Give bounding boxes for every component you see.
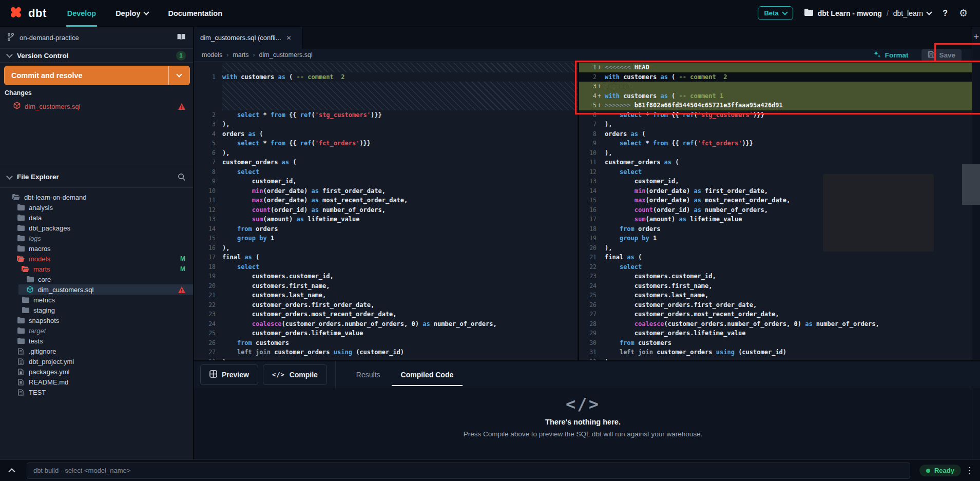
code-line[interactable]: 5+>>>>>>> b81f802a66fd544504c65721e3ffaa… — [579, 101, 972, 110]
code-line[interactable]: 9 customer_id, — [194, 177, 578, 186]
code-line[interactable]: 2 select * from {{ ref('stg_customers')}… — [194, 110, 578, 120]
code-line[interactable]: 11customer_orders as ( — [579, 158, 972, 167]
project-switcher[interactable]: dbt Learn - mwong / dbt_learn — [804, 9, 932, 17]
code-line[interactable]: 16), — [194, 243, 578, 253]
file-tree-item-staging[interactable]: staging — [0, 305, 193, 315]
scrollbar-thumb[interactable] — [962, 164, 980, 205]
code-line[interactable]: 1with customers as ( -- comment 2 — [194, 72, 578, 82]
code-line[interactable]: 7), — [579, 120, 972, 129]
code-line[interactable]: 21 customers.last_name, — [194, 291, 578, 300]
file-tree-item-dbt_project.yml[interactable]: dbt_project.yml — [0, 356, 193, 367]
code-line[interactable]: 25 customers.last_name, — [579, 291, 972, 300]
code-line[interactable]: 22 customer_orders.first_order_date, — [194, 300, 578, 310]
beta-badge[interactable]: Beta — [758, 6, 793, 20]
code-line[interactable]: 5 select * from {{ ref('fct_orders')}} — [194, 139, 578, 148]
version-control-header[interactable]: Version Control 1 — [0, 49, 193, 63]
code-line[interactable]: 28 coalesce(customer_orders.number_of_or… — [579, 319, 972, 329]
file-tree-item-README.md[interactable]: README.md — [0, 377, 193, 387]
code-line[interactable]: 27 customer_orders.most_recent_order_dat… — [579, 310, 972, 319]
code-line[interactable]: 24 coalesce(customer_orders.number_of_or… — [194, 319, 578, 329]
file-tree-item-analysis[interactable]: analysis — [0, 202, 193, 213]
file-tree-item-snapshots[interactable]: snapshots — [0, 315, 193, 325]
changed-file-row[interactable]: dim_customers.sql — [0, 101, 193, 112]
code-line[interactable]: 25 customer_orders.lifetime_value — [194, 329, 578, 338]
breadcrumb-file[interactable]: dim_customers.sql — [259, 51, 313, 59]
dbt-logo[interactable]: dbt — [8, 5, 47, 22]
commit-options-chevron[interactable] — [168, 66, 189, 85]
file-tree-item-logs[interactable]: logs — [0, 233, 193, 243]
code-line[interactable]: 1+<<<<<<< HEAD — [579, 63, 972, 72]
code-line[interactable]: 14 from orders — [194, 224, 578, 234]
search-icon[interactable] — [178, 173, 186, 181]
code-line[interactable]: 23 customer_orders.most_recent_order_dat… — [194, 310, 578, 319]
new-tab-icon[interactable]: + — [972, 32, 980, 42]
format-button[interactable]: Format — [873, 50, 909, 60]
code-line[interactable]: 26 from customers — [194, 338, 578, 348]
save-button[interactable]: Save — [921, 49, 962, 61]
project-env[interactable]: dbt_learn — [893, 9, 931, 17]
git-branch-row[interactable]: on-demand-practice — [0, 27, 193, 49]
file-tree-item-target[interactable]: target — [0, 325, 193, 336]
code-line[interactable]: 17final as ( — [194, 253, 578, 262]
file-tree-item-macros[interactable]: macros — [0, 243, 193, 254]
nav-develop[interactable]: Develop — [67, 0, 96, 27]
command-input[interactable] — [27, 463, 910, 479]
code-line[interactable]: 10), — [579, 148, 972, 158]
code-line[interactable]: 26 customer_orders.first_order_date, — [579, 300, 972, 310]
tab-dim-customers[interactable]: dim_customers.sql (confli... ✕ — [194, 27, 303, 49]
file-tree-item-dbt-learn-on-demand[interactable]: dbt-learn-on-demand — [0, 192, 193, 202]
commit-and-resolve-button[interactable]: Commit and resolve — [4, 66, 190, 85]
compile-button[interactable]: </> Compile — [263, 364, 327, 385]
file-tree-item-dbt_packages[interactable]: dbt_packages — [0, 223, 193, 233]
code-line[interactable]: 20 customers.first_name, — [194, 281, 578, 291]
editor-pane-left[interactable]: 1with customers as ( -- comment 22 selec… — [194, 62, 578, 360]
breadcrumb-models[interactable]: models — [202, 51, 222, 59]
code-line[interactable]: 12 count(order_id) as number_of_orders, — [194, 205, 578, 215]
code-line[interactable]: 3+======= — [579, 82, 972, 91]
file-tree-item-dim_customers.sql[interactable]: dim_customers.sql — [0, 284, 193, 295]
code-line[interactable]: 9 select * from {{ ref('fct_orders')}} — [579, 139, 972, 148]
code-line[interactable]: 7customer_orders as ( — [194, 158, 578, 167]
code-line[interactable]: 29 customer_orders.lifetime_value — [579, 329, 972, 338]
close-icon[interactable]: ✕ — [286, 34, 292, 42]
code-line[interactable]: 18 select — [194, 262, 578, 272]
code-line[interactable]: 23 customers.customer_id, — [579, 272, 972, 281]
code-line[interactable]: 24 customers.first_name, — [579, 281, 972, 291]
code-line[interactable]: 15 group by 1 — [194, 234, 578, 243]
status-badge[interactable]: Ready — [919, 465, 961, 476]
file-tree-item-metrics[interactable]: metrics — [0, 295, 193, 305]
code-line[interactable]: 8 select — [194, 167, 578, 177]
code-line[interactable]: 10 min(order_date) as first_order_date, — [194, 186, 578, 196]
code-line[interactable]: 27 left join customer_orders using (cust… — [194, 348, 578, 357]
code-line[interactable]: 22 select — [579, 262, 972, 272]
code-line[interactable]: 31 left join customer_orders using (cust… — [579, 348, 972, 357]
file-tree-item-tests[interactable]: tests — [0, 336, 193, 346]
code-line[interactable]: 13 sum(amount) as lifetime_value — [194, 215, 578, 224]
code-line[interactable]: 3), — [194, 120, 578, 129]
code-line[interactable]: 4+with customers as ( -- comment 1 — [579, 91, 972, 101]
code-line[interactable]: 21final as ( — [579, 253, 972, 262]
code-line[interactable]: 11 max(order_date) as most_recent_order_… — [194, 196, 578, 205]
code-line[interactable]: 30 from customers — [579, 338, 972, 348]
code-line[interactable]: 19 customers.customer_id, — [194, 272, 578, 281]
gear-icon[interactable]: ⚙ — [959, 8, 968, 18]
nav-deploy[interactable]: Deploy — [116, 0, 148, 27]
file-tree-item-TEST[interactable]: TEST — [0, 387, 193, 397]
code-line[interactable]: 8orders as ( — [579, 129, 972, 139]
nav-documentation[interactable]: Documentation — [168, 0, 222, 27]
file-explorer-header[interactable]: File Explorer — [0, 166, 193, 188]
kebab-menu-icon[interactable]: ⋮ — [965, 466, 974, 475]
breadcrumb-marts[interactable]: marts — [233, 51, 248, 59]
file-tree-item-packages.yml[interactable]: packages.yml — [0, 367, 193, 377]
preview-button[interactable]: Preview — [200, 364, 258, 385]
code-line[interactable]: 2with customers as ( -- comment 2 — [579, 72, 972, 82]
chevron-up-icon[interactable] — [8, 468, 15, 473]
code-line[interactable]: 6 select * from {{ ref('stg_customers')}… — [579, 110, 972, 120]
file-tree-item-models[interactable]: modelsM — [0, 254, 193, 264]
code-line[interactable]: 6), — [194, 148, 578, 158]
tab-compiled-code[interactable]: Compiled Code — [401, 361, 454, 389]
help-icon[interactable]: ? — [943, 9, 948, 18]
docs-book-icon[interactable] — [177, 33, 186, 42]
tab-results[interactable]: Results — [356, 361, 380, 389]
code-line[interactable]: 4orders as ( — [194, 129, 578, 139]
